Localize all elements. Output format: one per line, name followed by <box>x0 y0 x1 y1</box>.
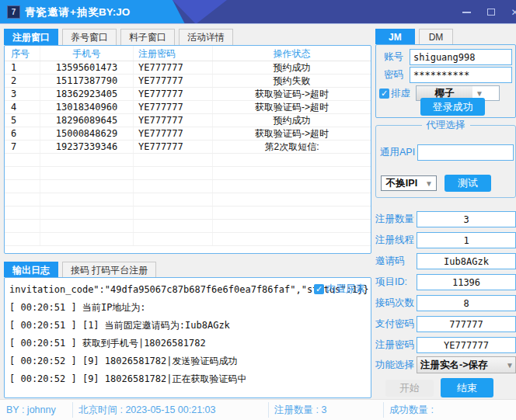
registration-table: 序号 手机号 注册密码 操作状态 1 13595601473 YE777777 … <box>4 45 371 254</box>
log-line: [ 00:20:51 ] 当前IP地址为: <box>9 299 369 317</box>
col-header-password: 注册密码 <box>134 46 213 61</box>
tab-nurture-window[interactable]: 养号窗口 <box>62 29 117 45</box>
log-line: [ 00:20:52 ] [9] 18026581782|正在获取验证码中 <box>9 370 369 388</box>
statusbar-divider <box>72 402 73 418</box>
account-input[interactable] <box>410 49 512 65</box>
table-row[interactable]: 7 19237339346 YE777777 第2次取短信: <box>5 141 371 154</box>
filter-virtual-checkbox[interactable] <box>379 89 389 99</box>
cell-password: YE777777 <box>134 61 213 74</box>
chevron-down-icon: ▼ <box>504 361 515 370</box>
cell-seq: 6 <box>5 127 40 140</box>
tab-register-window[interactable]: 注册窗口 <box>4 29 58 45</box>
cell-phone: 18362923405 <box>40 88 134 100</box>
cell-seq: 7 <box>5 141 40 153</box>
cell-password: YE777777 <box>134 127 213 140</box>
cell-phone: 13595601473 <box>40 61 134 74</box>
ip-mode-dropdown[interactable]: 不换IPI ▼ <box>381 175 437 191</box>
register-password-input[interactable] <box>417 337 516 353</box>
api-label: 通用API <box>380 146 415 159</box>
statusbar-divider <box>383 402 384 418</box>
status-author: BY : johnny <box>6 400 56 420</box>
table-row[interactable]: 4 13018340960 YE777777 获取验证码->超时 <box>5 101 371 114</box>
table-empty-row <box>5 193 371 207</box>
proxy-group-box: 代理选择 通用API 不换IPI ▼ 测试 <box>375 125 516 198</box>
project-id-input[interactable] <box>417 274 516 290</box>
register-thread-input[interactable] <box>417 232 516 248</box>
table-row[interactable]: 6 15000848629 YE777777 获取验证码->超时 <box>5 127 371 141</box>
table-row[interactable]: 2 15117387790 YE777777 预约失败 <box>5 75 371 88</box>
cell-status: 预约成功 <box>213 114 371 127</box>
maximize-button[interactable] <box>479 0 503 24</box>
login-status-button[interactable]: 登录成功 <box>420 98 485 116</box>
cell-seq: 5 <box>5 114 40 127</box>
register-count-input[interactable] <box>417 211 516 227</box>
tab-code-platform-register[interactable]: 接码 打码平台注册 <box>62 262 156 277</box>
window-title-author: BY:JO <box>99 0 130 24</box>
login-group-box: 账号 密码 排虚 椰子 ▼ 登录成功 <box>375 44 516 118</box>
tab-jm[interactable]: JM <box>375 29 415 44</box>
table-row[interactable]: 1 13595601473 YE777777 预约成功 <box>5 61 371 75</box>
output-log-box[interactable]: invitation_code":"49dfa95067c87b687f6e6f… <box>4 277 371 398</box>
cell-status: 预约失败 <box>213 75 371 87</box>
col-header-status: 操作状态 <box>213 46 371 61</box>
invite-code-input[interactable] <box>417 253 516 269</box>
register-count-label: 注册数量 <box>375 213 417 226</box>
pay-password-label: 支付密码 <box>375 318 417 331</box>
cell-seq: 4 <box>5 101 40 113</box>
table-row[interactable]: 3 18362923405 YE777777 获取验证码->超时 <box>5 88 371 101</box>
tab-output-log[interactable]: 输出日志 <box>4 262 58 277</box>
table-empty-row <box>5 207 371 220</box>
col-header-seq: 序号 <box>5 46 40 61</box>
minimize-button[interactable] <box>455 0 479 24</box>
end-button[interactable]: 结束 <box>441 378 493 397</box>
project-id-label: 项目ID: <box>375 276 417 289</box>
cell-phone: 15000848629 <box>40 127 134 140</box>
table-empty-row <box>5 180 371 193</box>
cell-status: 获取验证码->超时 <box>213 101 371 113</box>
cell-seq: 2 <box>5 75 40 87</box>
log-line: [ 00:20:52 ] [9] 18026581782|发送验证码成功 <box>9 352 369 370</box>
table-empty-row <box>5 220 371 233</box>
window-title: 青瓷邀请+抽奖 <box>25 0 99 24</box>
statusbar: BY : johnny 北京时间 : 2023-05-15 00:21:03 注… <box>0 399 516 420</box>
cell-password: YE777777 <box>134 88 213 100</box>
account-tab-strip: JM DM <box>375 29 457 44</box>
cell-phone: 13018340960 <box>40 101 134 113</box>
table-row[interactable]: 5 18296089645 YE777777 预约成功 <box>5 114 371 127</box>
cell-seq: 3 <box>5 88 40 100</box>
tab-activity-details[interactable]: 活动详情 <box>179 29 233 45</box>
proxy-group-title: 代理选择 <box>422 119 470 132</box>
ip-mode-dropdown-value: 不换IPI <box>382 176 422 190</box>
chevron-down-icon: ▼ <box>472 89 486 98</box>
minimize-icon <box>462 12 471 13</box>
tab-material-window[interactable]: 料子窗口 <box>120 29 175 45</box>
col-header-phone: 手机号 <box>40 46 134 61</box>
function-select-label: 功能选择 <box>375 359 417 372</box>
function-select-value: 注册实名->保存 <box>417 359 504 372</box>
builtin-urea-checkbox[interactable] <box>314 284 324 294</box>
register-password-label: 注册密码 <box>375 338 417 352</box>
status-success-count: 成功数量 : <box>389 400 434 420</box>
invite-code-label: 邀请码 <box>375 255 417 268</box>
function-select-dropdown[interactable]: 注册实名->保存 ▼ <box>417 356 516 373</box>
log-tab-strip: 输出日志 接码 打码平台注册 <box>4 262 160 277</box>
cell-status: 获取验证码->超时 <box>213 127 371 140</box>
table-header-row: 序号 手机号 注册密码 操作状态 <box>5 46 371 61</box>
cell-password: YE777777 <box>134 141 213 153</box>
cell-status: 第2次取短信: <box>213 141 371 153</box>
tab-dm[interactable]: DM <box>419 29 454 44</box>
close-icon: ✕ <box>511 7 516 18</box>
cell-status: 预约成功 <box>213 61 371 74</box>
account-label: 账号 <box>384 50 403 64</box>
password-input[interactable] <box>410 67 512 83</box>
api-input[interactable] <box>417 144 514 161</box>
register-thread-label: 注册线程 <box>375 234 417 247</box>
start-button[interactable]: 开始 <box>385 380 434 397</box>
test-button[interactable]: 测试 <box>445 175 491 192</box>
cell-password: YE777777 <box>134 114 213 127</box>
pay-password-input[interactable] <box>417 316 516 332</box>
table-empty-row <box>5 233 371 246</box>
sms-attempts-input[interactable] <box>417 295 516 311</box>
cell-phone: 15117387790 <box>40 75 134 87</box>
close-button[interactable]: ✕ <box>503 0 516 24</box>
